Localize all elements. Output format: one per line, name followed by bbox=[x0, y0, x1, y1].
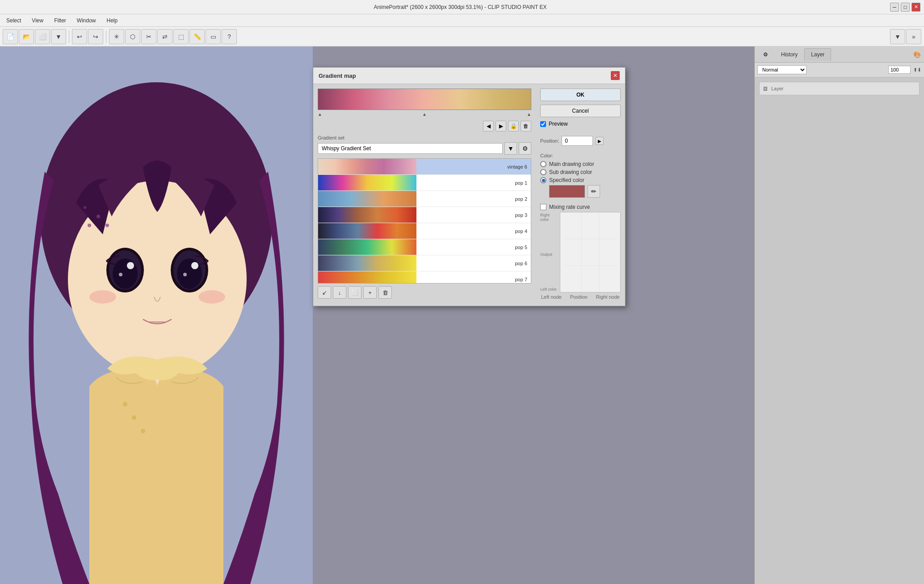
selection-button[interactable]: ⬡ bbox=[125, 29, 140, 44]
canvas-button[interactable]: ⬜ bbox=[35, 29, 50, 44]
panel-expand-button[interactable]: » bbox=[906, 29, 921, 44]
color-option-sub[interactable]: Sub drawing color bbox=[540, 169, 621, 175]
color-sub-label: Sub drawing color bbox=[549, 169, 592, 175]
undo-button[interactable]: ↩ bbox=[72, 29, 87, 44]
svg-point-12 bbox=[191, 262, 198, 269]
marker-left: ▲ bbox=[318, 112, 322, 117]
gradient-item-pop5[interactable]: pop 5 bbox=[318, 239, 531, 255]
export-from-list-btn[interactable]: ↓ bbox=[333, 286, 346, 299]
new-file-button[interactable]: 📄 bbox=[3, 29, 18, 44]
close-button[interactable]: ✕ bbox=[911, 3, 920, 12]
ruler-button[interactable]: 📏 bbox=[189, 29, 205, 44]
panel-toggle-button[interactable]: ▼ bbox=[890, 29, 905, 44]
preview-row: Preview bbox=[540, 121, 621, 127]
tab-history[interactable]: History bbox=[774, 48, 804, 61]
dialog-close-button[interactable]: ✕ bbox=[611, 71, 620, 80]
gradient-item-pop6[interactable]: pop 6 bbox=[318, 255, 531, 271]
opacity-stepper[interactable]: ⬆⬇ bbox=[913, 67, 921, 73]
gradient-swatch-pop5 bbox=[318, 239, 416, 255]
panel-icon-btn[interactable]: ⚙ bbox=[756, 51, 774, 58]
dialog-title: Gradient map bbox=[319, 72, 356, 79]
import-to-list-btn[interactable]: ↙ bbox=[318, 286, 331, 299]
gradient-item-pop2[interactable]: pop 2 bbox=[318, 191, 531, 207]
ok-button[interactable]: OK bbox=[540, 89, 621, 101]
menu-select[interactable]: Select bbox=[2, 16, 25, 25]
svg-point-8 bbox=[119, 273, 122, 276]
color-option-main[interactable]: Main drawing color bbox=[540, 161, 621, 167]
position-node-label: Position bbox=[570, 294, 588, 300]
blend-mode-dropdown[interactable]: Normal bbox=[757, 65, 806, 74]
mixing-rate-label: Mixing rate curve bbox=[549, 204, 590, 210]
side-panel: ⚙ History Layer 🎨 Normal ⬆⬇ 🖼 Layer bbox=[754, 47, 924, 584]
maximize-button[interactable]: □ bbox=[901, 3, 910, 12]
cancel-button[interactable]: Cancel bbox=[540, 105, 621, 117]
transform-button[interactable]: ✳ bbox=[109, 29, 124, 44]
frame-button[interactable]: ▭ bbox=[206, 29, 221, 44]
add-gradient-btn[interactable]: + bbox=[363, 286, 377, 299]
main-toolbar: 📄 📂 ⬜ ▼ ↩ ↪ ✳ ⬡ ✂ ⇄ ⬚ 📏 ▭ ? ▼ » bbox=[0, 27, 924, 47]
open-file-button[interactable]: 📂 bbox=[19, 29, 34, 44]
layer-item[interactable]: 🖼 Layer bbox=[759, 82, 920, 95]
gradient-settings-btn[interactable]: ⚙ bbox=[519, 142, 531, 155]
delete-gradient-list-btn[interactable]: 🗑 bbox=[378, 286, 392, 299]
curve-graph[interactable] bbox=[560, 212, 621, 292]
gradient-name-pop6: pop 6 bbox=[416, 261, 531, 266]
canvas-drawing[interactable] bbox=[0, 47, 313, 584]
gradient-name-pop1: pop 1 bbox=[416, 180, 531, 186]
mixing-rate-checkbox[interactable] bbox=[540, 204, 546, 210]
svg-point-19 bbox=[84, 206, 86, 209]
minimize-button[interactable]: ─ bbox=[890, 3, 899, 12]
position-row: Position: ▶ bbox=[540, 136, 621, 146]
tab-layer[interactable]: Layer bbox=[804, 48, 831, 61]
gradient-item-pop4[interactable]: pop 4 bbox=[318, 223, 531, 239]
color-option-specified[interactable]: Specified color bbox=[540, 177, 621, 183]
position-increment-btn[interactable]: ▶ bbox=[596, 137, 604, 145]
lock-gradient-btn[interactable]: 🔒 bbox=[508, 121, 519, 131]
gradient-swatch-pop1 bbox=[318, 175, 416, 190]
gradient-item-pop1[interactable]: pop 1 bbox=[318, 175, 531, 191]
cut-button[interactable]: ✂ bbox=[141, 29, 156, 44]
marker-mid: ▲ bbox=[422, 112, 427, 117]
move-button[interactable]: ⇄ bbox=[157, 29, 172, 44]
gradient-item-vintage6[interactable]: vintage 6 bbox=[318, 159, 531, 175]
gradient-item-pop7[interactable]: pop 7 bbox=[318, 271, 531, 284]
position-input[interactable] bbox=[562, 136, 593, 146]
opacity-input[interactable] bbox=[888, 66, 911, 74]
menu-help[interactable]: Help bbox=[102, 16, 122, 25]
preview-checkbox[interactable] bbox=[540, 121, 546, 127]
color-pick-btn[interactable]: 🎨 bbox=[911, 49, 922, 60]
svg-point-22 bbox=[141, 429, 145, 433]
specified-color-row: ✏ bbox=[549, 185, 621, 198]
dialog-left-panel: ▲ ▲ ▲ ◀ ▶ 🔒 🗑 Gradient set Whispy bbox=[313, 84, 536, 306]
gradient-set-arrow[interactable]: ▼ bbox=[504, 142, 517, 155]
canvas-dropdown-button[interactable]: ▼ bbox=[51, 29, 66, 44]
position-label: Position: bbox=[540, 138, 559, 144]
gradient-list[interactable]: vintage 6 pop 1 pop 2 pop bbox=[318, 158, 531, 284]
menu-window[interactable]: Window bbox=[72, 16, 101, 25]
gradient-swatch-pop6 bbox=[318, 255, 416, 271]
gradient-set-dropdown[interactable]: Whispy Gradient Set bbox=[318, 143, 503, 154]
svg-point-20 bbox=[123, 402, 127, 406]
gradient-name-pop5: pop 5 bbox=[416, 245, 531, 250]
copy-gradient-btn[interactable]: ⬜ bbox=[348, 286, 361, 299]
menu-view[interactable]: View bbox=[27, 16, 48, 25]
menu-filter[interactable]: Filter bbox=[50, 16, 71, 25]
next-gradient-btn[interactable]: ▶ bbox=[496, 121, 506, 131]
help-button[interactable]: ? bbox=[222, 29, 237, 44]
svg-rect-23 bbox=[563, 212, 617, 292]
color-section: Color: Main drawing color Sub drawing co… bbox=[540, 153, 621, 198]
specified-color-swatch[interactable] bbox=[549, 185, 585, 198]
gradient-item-pop3[interactable]: pop 3 bbox=[318, 207, 531, 223]
node-row: Left node Position Right node bbox=[540, 294, 621, 300]
color-specified-label: Specified color bbox=[549, 177, 584, 183]
delete-gradient-btn[interactable]: 🗑 bbox=[521, 121, 531, 131]
redo-button[interactable]: ↪ bbox=[88, 29, 103, 44]
color-picker-btn[interactable]: ✏ bbox=[588, 185, 600, 198]
gradient-preview-bar[interactable] bbox=[318, 89, 531, 110]
prev-gradient-btn[interactable]: ◀ bbox=[483, 121, 494, 131]
radio-specified[interactable] bbox=[540, 177, 546, 183]
crop-button[interactable]: ⬚ bbox=[173, 29, 189, 44]
radio-main[interactable] bbox=[540, 161, 546, 167]
radio-sub[interactable] bbox=[540, 169, 546, 175]
gradient-set-label: Gradient set bbox=[318, 135, 531, 140]
